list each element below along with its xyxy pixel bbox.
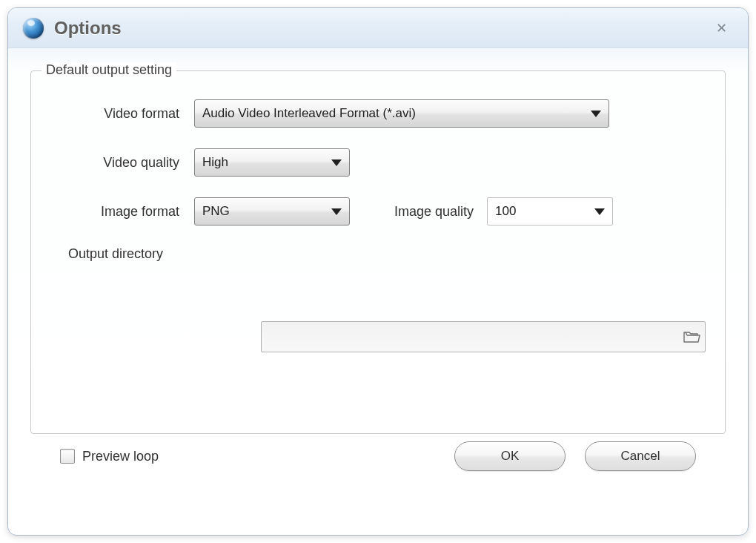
ok-button[interactable]: OK: [454, 441, 566, 471]
dialog-title: Options: [54, 18, 710, 39]
chevron-down-icon: [591, 111, 601, 117]
video-format-value: Audio Video Interleaved Format (*.avi): [202, 106, 585, 121]
close-icon[interactable]: ✕: [710, 17, 733, 39]
options-dialog: Options ✕ Default output setting Video f…: [7, 7, 749, 536]
titlebar: Options ✕: [8, 8, 748, 48]
video-format-select[interactable]: Audio Video Interleaved Format (*.avi): [194, 99, 609, 128]
preview-loop-label: Preview loop: [82, 449, 159, 464]
cancel-button-label: Cancel: [621, 449, 660, 464]
chevron-down-icon: [331, 208, 342, 215]
dialog-content: Default output setting Video format Audi…: [8, 48, 748, 486]
image-format-select[interactable]: PNG: [194, 197, 350, 226]
image-format-label: Image format: [61, 204, 194, 220]
video-format-label: Video format: [61, 106, 194, 122]
chevron-down-icon: [594, 208, 605, 215]
row-output-directory: Output directory: [61, 246, 695, 262]
cancel-button[interactable]: Cancel: [585, 441, 696, 471]
row-video-format: Video format Audio Video Interleaved For…: [61, 99, 695, 128]
dialog-footer: Preview loop OK Cancel: [30, 441, 726, 471]
folder-open-icon[interactable]: [683, 329, 700, 344]
image-quality-value: 100: [495, 204, 588, 219]
output-directory-label: Output directory: [61, 246, 178, 262]
row-image-format: Image format PNG Image quality 100: [61, 197, 695, 226]
ok-button-label: OK: [501, 449, 520, 464]
row-video-quality: Video quality High: [61, 148, 695, 177]
image-quality-spinner[interactable]: 100: [487, 197, 613, 226]
video-quality-value: High: [202, 155, 325, 170]
preview-loop-checkbox[interactable]: [60, 449, 75, 464]
image-quality-label: Image quality: [394, 204, 474, 220]
image-format-value: PNG: [202, 204, 325, 219]
output-directory-field[interactable]: [261, 321, 706, 352]
video-quality-select[interactable]: High: [194, 148, 350, 177]
group-legend: Default output setting: [42, 62, 176, 78]
image-quality-block: Image quality 100: [394, 197, 613, 226]
default-output-group: Default output setting Video format Audi…: [30, 70, 726, 434]
video-quality-label: Video quality: [61, 155, 194, 171]
app-icon: [23, 18, 44, 39]
chevron-down-icon: [331, 159, 342, 166]
